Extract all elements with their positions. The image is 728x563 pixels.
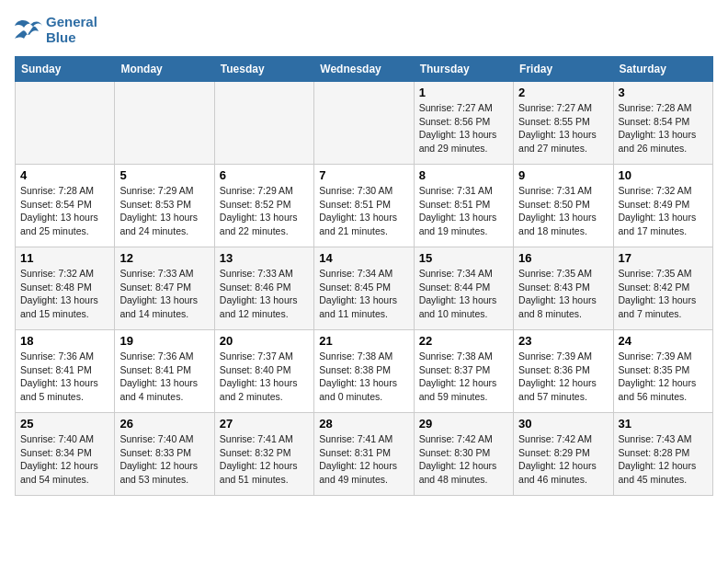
- calendar-cell: [214, 82, 313, 165]
- calendar-week-3: 11Sunrise: 7:32 AMSunset: 8:48 PMDayligh…: [16, 247, 713, 330]
- day-number: 11: [20, 251, 109, 265]
- day-number: 2: [518, 86, 608, 99]
- calendar-table: SundayMondayTuesdayWednesdayThursdayFrid…: [15, 56, 713, 496]
- calendar-cell: 9Sunrise: 7:31 AMSunset: 8:50 PMDaylight…: [514, 165, 613, 247]
- weekday-header-monday: Monday: [115, 57, 214, 82]
- day-number: 13: [220, 251, 309, 265]
- day-number: 16: [518, 251, 608, 265]
- day-number: 9: [518, 168, 608, 182]
- day-number: 25: [20, 417, 109, 431]
- day-info: Sunrise: 7:34 AMSunset: 8:44 PMDaylight:…: [419, 267, 508, 321]
- calendar-cell: [314, 82, 414, 165]
- weekday-header-thursday: Thursday: [414, 57, 513, 82]
- day-number: 4: [20, 168, 109, 182]
- weekday-header-friday: Friday: [514, 57, 613, 82]
- weekday-header-row: SundayMondayTuesdayWednesdayThursdayFrid…: [16, 57, 713, 82]
- calendar-cell: 24Sunrise: 7:39 AMSunset: 8:35 PMDayligh…: [613, 330, 712, 413]
- calendar-cell: 14Sunrise: 7:34 AMSunset: 8:45 PMDayligh…: [314, 247, 414, 330]
- calendar-cell: 8Sunrise: 7:31 AMSunset: 8:51 PMDaylight…: [414, 165, 513, 247]
- day-info: Sunrise: 7:29 AMSunset: 8:53 PMDaylight:…: [119, 184, 209, 238]
- day-info: Sunrise: 7:27 AMSunset: 8:56 PMDaylight:…: [419, 101, 508, 155]
- calendar-week-4: 18Sunrise: 7:36 AMSunset: 8:41 PMDayligh…: [16, 330, 713, 413]
- day-info: Sunrise: 7:31 AMSunset: 8:51 PMDaylight:…: [419, 184, 508, 238]
- day-info: Sunrise: 7:33 AMSunset: 8:47 PMDaylight:…: [119, 267, 209, 321]
- logo-bird-icon: [15, 18, 42, 42]
- day-info: Sunrise: 7:39 AMSunset: 8:35 PMDaylight:…: [619, 350, 708, 404]
- day-number: 21: [319, 334, 408, 348]
- day-number: 23: [518, 334, 608, 348]
- day-info: Sunrise: 7:32 AMSunset: 8:48 PMDaylight:…: [20, 267, 109, 321]
- day-number: 8: [419, 168, 508, 182]
- day-number: 17: [619, 251, 708, 265]
- weekday-header-tuesday: Tuesday: [214, 57, 313, 82]
- day-number: 12: [119, 251, 209, 265]
- day-info: Sunrise: 7:41 AMSunset: 8:32 PMDaylight:…: [220, 432, 309, 487]
- weekday-header-wednesday: Wednesday: [314, 57, 414, 82]
- day-number: 10: [619, 168, 708, 182]
- day-info: Sunrise: 7:28 AMSunset: 8:54 PMDaylight:…: [619, 101, 708, 155]
- calendar-cell: 11Sunrise: 7:32 AMSunset: 8:48 PMDayligh…: [16, 247, 115, 330]
- calendar-cell: 26Sunrise: 7:40 AMSunset: 8:33 PMDayligh…: [115, 413, 214, 496]
- calendar-cell: 22Sunrise: 7:38 AMSunset: 8:37 PMDayligh…: [414, 330, 513, 413]
- day-info: Sunrise: 7:27 AMSunset: 8:55 PMDaylight:…: [518, 101, 608, 155]
- calendar-cell: 3Sunrise: 7:28 AMSunset: 8:54 PMDaylight…: [613, 82, 712, 165]
- header: General Blue: [15, 15, 713, 45]
- day-info: Sunrise: 7:30 AMSunset: 8:51 PMDaylight:…: [319, 184, 408, 238]
- calendar-week-1: 1Sunrise: 7:27 AMSunset: 8:56 PMDaylight…: [16, 82, 713, 165]
- day-number: 18: [20, 334, 109, 348]
- day-number: 20: [220, 334, 309, 348]
- day-info: Sunrise: 7:38 AMSunset: 8:38 PMDaylight:…: [319, 350, 408, 404]
- day-number: 26: [119, 417, 209, 431]
- weekday-header-sunday: Sunday: [16, 57, 115, 82]
- calendar-cell: 15Sunrise: 7:34 AMSunset: 8:44 PMDayligh…: [414, 247, 513, 330]
- calendar-cell: 30Sunrise: 7:42 AMSunset: 8:29 PMDayligh…: [514, 413, 613, 496]
- calendar-cell: 21Sunrise: 7:38 AMSunset: 8:38 PMDayligh…: [314, 330, 414, 413]
- day-number: 30: [518, 417, 608, 431]
- calendar-cell: 2Sunrise: 7:27 AMSunset: 8:55 PMDaylight…: [514, 82, 613, 165]
- calendar-cell: 4Sunrise: 7:28 AMSunset: 8:54 PMDaylight…: [16, 165, 115, 247]
- day-number: 28: [319, 417, 408, 431]
- calendar-cell: 1Sunrise: 7:27 AMSunset: 8:56 PMDaylight…: [414, 82, 513, 165]
- calendar-cell: [115, 82, 214, 165]
- day-number: 1: [419, 86, 508, 99]
- logo-text: General Blue: [46, 15, 97, 45]
- calendar-cell: 23Sunrise: 7:39 AMSunset: 8:36 PMDayligh…: [514, 330, 613, 413]
- calendar-cell: 12Sunrise: 7:33 AMSunset: 8:47 PMDayligh…: [115, 247, 214, 330]
- day-info: Sunrise: 7:38 AMSunset: 8:37 PMDaylight:…: [419, 350, 508, 404]
- day-info: Sunrise: 7:37 AMSunset: 8:40 PMDaylight:…: [220, 350, 309, 404]
- day-info: Sunrise: 7:36 AMSunset: 8:41 PMDaylight:…: [20, 350, 109, 404]
- day-info: Sunrise: 7:36 AMSunset: 8:41 PMDaylight:…: [119, 350, 209, 404]
- day-info: Sunrise: 7:33 AMSunset: 8:46 PMDaylight:…: [220, 267, 309, 321]
- day-number: 24: [619, 334, 708, 348]
- calendar-cell: [16, 82, 115, 165]
- day-info: Sunrise: 7:40 AMSunset: 8:34 PMDaylight:…: [20, 432, 109, 487]
- calendar-cell: 13Sunrise: 7:33 AMSunset: 8:46 PMDayligh…: [214, 247, 313, 330]
- day-info: Sunrise: 7:43 AMSunset: 8:28 PMDaylight:…: [619, 432, 708, 487]
- calendar-cell: 27Sunrise: 7:41 AMSunset: 8:32 PMDayligh…: [214, 413, 313, 496]
- day-info: Sunrise: 7:29 AMSunset: 8:52 PMDaylight:…: [220, 184, 309, 238]
- weekday-header-saturday: Saturday: [613, 57, 712, 82]
- day-info: Sunrise: 7:32 AMSunset: 8:49 PMDaylight:…: [619, 184, 708, 238]
- calendar-cell: 25Sunrise: 7:40 AMSunset: 8:34 PMDayligh…: [16, 413, 115, 496]
- calendar-cell: 29Sunrise: 7:42 AMSunset: 8:30 PMDayligh…: [414, 413, 513, 496]
- logo: General Blue: [15, 15, 97, 45]
- day-number: 22: [419, 334, 508, 348]
- calendar-cell: 7Sunrise: 7:30 AMSunset: 8:51 PMDaylight…: [314, 165, 414, 247]
- day-info: Sunrise: 7:42 AMSunset: 8:30 PMDaylight:…: [419, 432, 508, 487]
- day-info: Sunrise: 7:28 AMSunset: 8:54 PMDaylight:…: [20, 184, 109, 238]
- calendar-week-5: 25Sunrise: 7:40 AMSunset: 8:34 PMDayligh…: [16, 413, 713, 496]
- calendar-cell: 6Sunrise: 7:29 AMSunset: 8:52 PMDaylight…: [214, 165, 313, 247]
- day-info: Sunrise: 7:34 AMSunset: 8:45 PMDaylight:…: [319, 267, 408, 321]
- calendar-cell: 31Sunrise: 7:43 AMSunset: 8:28 PMDayligh…: [613, 413, 712, 496]
- day-info: Sunrise: 7:35 AMSunset: 8:43 PMDaylight:…: [518, 267, 608, 321]
- calendar-cell: 10Sunrise: 7:32 AMSunset: 8:49 PMDayligh…: [613, 165, 712, 247]
- day-number: 3: [619, 86, 708, 99]
- day-number: 15: [419, 251, 508, 265]
- day-number: 7: [319, 168, 408, 182]
- calendar-cell: 17Sunrise: 7:35 AMSunset: 8:42 PMDayligh…: [613, 247, 712, 330]
- day-number: 29: [419, 417, 508, 431]
- day-info: Sunrise: 7:41 AMSunset: 8:31 PMDaylight:…: [319, 432, 408, 487]
- day-number: 6: [220, 168, 309, 182]
- day-info: Sunrise: 7:42 AMSunset: 8:29 PMDaylight:…: [518, 432, 608, 487]
- day-info: Sunrise: 7:39 AMSunset: 8:36 PMDaylight:…: [518, 350, 608, 404]
